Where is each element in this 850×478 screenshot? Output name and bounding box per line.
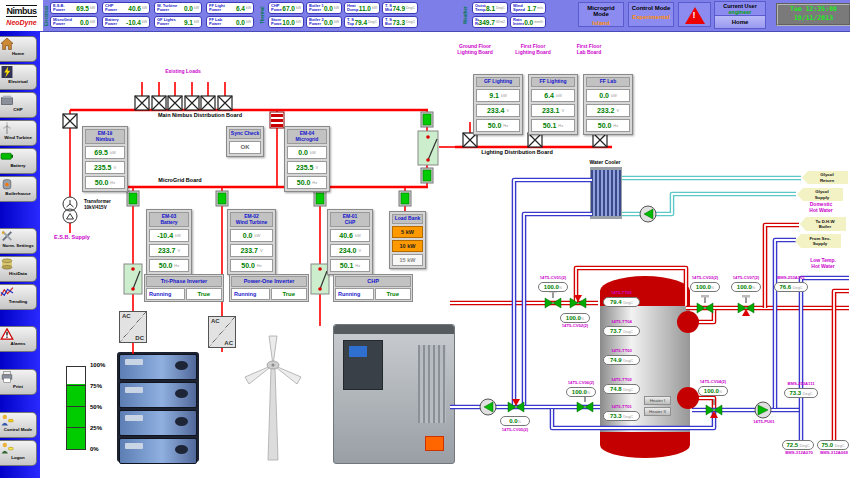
bms312a069-value: 75.0 DegC [817, 440, 849, 450]
cv03-value: 100.0% [690, 282, 720, 292]
tank-port-upper [677, 311, 699, 333]
breaker-ff-lighting [528, 133, 542, 147]
cv04-value: 100.0% [698, 386, 728, 396]
pipe-hot-lowtemp-supply [834, 291, 849, 441]
cv01-label: 14T5-CV01(2) [532, 276, 574, 281]
tt02-value: 74.8 DegC [603, 384, 640, 394]
battery-soc-gauge [66, 366, 86, 450]
water-cooler-label: Water Cooler [582, 159, 628, 165]
valve-cv02[interactable] [570, 295, 586, 308]
cv01-value: 100.0% [538, 282, 568, 292]
sec-supply-tag: From Sec.Supply [795, 234, 841, 248]
load-bank-step-1[interactable]: 5 kW [392, 226, 423, 238]
contactor-lighting-main [421, 112, 433, 127]
soc-tick-25: 25% [90, 425, 102, 431]
breaker-load-2 [152, 96, 166, 110]
heater2-button[interactable]: Heater II [644, 407, 671, 416]
cv05-value: 0.0% [500, 416, 530, 426]
tt01-label: 14T5-TT01 [603, 405, 640, 410]
contactor-wind [216, 191, 228, 206]
cv02-label: 14T5-CV02(2) [554, 324, 596, 329]
status-chp: CHP RunningTrue [333, 274, 413, 302]
cv02-value: 100.0% [560, 313, 590, 323]
battery-soc-fill [67, 384, 85, 449]
switch-lighting-changeover[interactable] [418, 131, 438, 165]
tt05-label: 14T5-TT05 [603, 291, 640, 296]
load-bank-step-2[interactable]: 10 kW [392, 240, 423, 252]
lighting-board-label: Lighting Distribution Board [462, 149, 572, 155]
sync-check-box: Sync Check OK [226, 126, 264, 157]
load-bank-panel: Load Bank 5 kW 10 kW 15 kW [389, 211, 426, 269]
lab-board-caption: First FloorLab Board [564, 44, 614, 55]
wind-converter-box: ACAC [208, 316, 236, 348]
soc-tick-0: 0% [90, 446, 99, 452]
microgrid-board-label: MicroGrid Board [140, 177, 220, 183]
domestic-hot-water-label: DomesticHot Water [796, 202, 846, 213]
transformer-label: Transformer10kV/415V [84, 199, 128, 210]
battery-inverter-box: ACDC [119, 311, 147, 343]
switch-battery[interactable] [124, 264, 142, 294]
main-board-label: Main Nimbus Distribution Board [130, 112, 270, 118]
meter-em04: EM-04Microgrid 0.0kW 235.5V 50.0Hz [284, 126, 330, 192]
cv05-label: 14T5-CV05(2) [494, 428, 536, 433]
pipe-hot-dhw [765, 225, 799, 308]
bms312a069-label: BMS-312A069 [813, 451, 850, 456]
meter-em02: EM-02Wind Turbine 0.0kW 233.7V 50.0Hz [227, 209, 276, 275]
esb-supply-label: E.S.B. Supply [48, 235, 96, 241]
breaker-load-3 [168, 96, 182, 110]
valve-cv07[interactable] [738, 295, 754, 316]
glycol-supply-tag: GlycolSupply [797, 188, 843, 201]
pump-glycol[interactable] [640, 206, 656, 222]
tt01-value: 73.3 DegC [603, 411, 640, 421]
heater1-button[interactable]: Heater I [644, 396, 671, 405]
pump-pu01[interactable] [755, 402, 771, 418]
cv04-label: 14T5-CV04(2) [692, 380, 734, 385]
meter-em19: EM-19Nimbus 69.5kW 235.5V 50.0Hz [82, 126, 128, 192]
bms253a111-value: 73.3 DegC [784, 388, 818, 398]
pipe-cold-lowtemp-return [801, 278, 849, 441]
transformer-symbol [63, 197, 77, 223]
meter-ff-lighting: FF Lighting 6.4kW 233.1V 50.1Hz [528, 74, 578, 135]
status-triphase-inverter: Tri-Phase Inverter RunningTrue [144, 274, 224, 302]
contactor-chp [314, 191, 326, 206]
soc-tick-50: 50% [90, 404, 102, 410]
tank-port-lower [677, 387, 699, 409]
contactor-loadbank [399, 191, 411, 206]
breaker-load-6 [218, 96, 232, 110]
cv07-value: 100.0% [731, 282, 761, 292]
cv03-label: 14T5-CV03(2) [684, 276, 726, 281]
tt04-label: 14T5-TT04 [603, 320, 640, 325]
breakers-x[interactable] [63, 96, 607, 147]
load-bank-step-3[interactable]: 15 kW [392, 254, 423, 266]
hmi-screen: Nimbus NeoDyne Electrical E.S.B.Power69.… [0, 0, 850, 478]
valve-cv05[interactable] [508, 399, 524, 412]
cv06-value: 100.0% [566, 387, 596, 397]
gf-board-caption: Ground FloorLighting Board [450, 44, 500, 55]
bms253a101-label: BMS-253A101 [768, 276, 814, 281]
tt03-value: 74.9 DegC [603, 355, 640, 365]
tt02-label: 14T5-TT02 [603, 378, 640, 383]
breaker-load-4 [185, 96, 199, 110]
tt05-value: 79.4 DegC [603, 297, 640, 307]
tt04-value: 73.7 DegC [603, 326, 640, 336]
meter-ff-lab: FF Lab 0.0kW 233.2V 50.0Hz [583, 74, 633, 135]
breaker-load-1 [135, 96, 149, 110]
breaker-gf-lighting [463, 133, 477, 147]
contactor-lighting-microgrid [421, 168, 433, 183]
contactor-battery [127, 191, 139, 206]
status-powerone-inverter: Power-One Inverter RunningTrue [229, 274, 309, 302]
existing-loads-label: Existing Loads [148, 69, 218, 75]
tt03-label: 14T5-TT03 [603, 349, 640, 354]
pump-chp-loop[interactable] [480, 399, 496, 415]
meter-gf-lighting: GF Lighting 9.1kW 233.4V 50.0Hz [473, 74, 523, 135]
meter-em03: EM-03Battery -10.4kW 233.7V 50.0Hz [146, 209, 192, 275]
bms312a070-value: 72.5 DegC [782, 440, 814, 450]
dhw-boiler-tag: To D.H.WBoiler [800, 217, 846, 231]
breaker-microgrid-striped[interactable] [270, 112, 284, 128]
bms253a101-value: 76.6 DegC [774, 282, 808, 292]
soc-tick-100: 100% [90, 362, 105, 368]
meter-em01: EM-01CHP 40.6kW 234.0V 50.1Hz [327, 209, 373, 275]
breaker-esb [63, 114, 77, 128]
ff-board-caption: First FloorLighting Board [508, 44, 558, 55]
low-temp-hot-water-label: Low Temp.Hot Water [798, 258, 848, 269]
